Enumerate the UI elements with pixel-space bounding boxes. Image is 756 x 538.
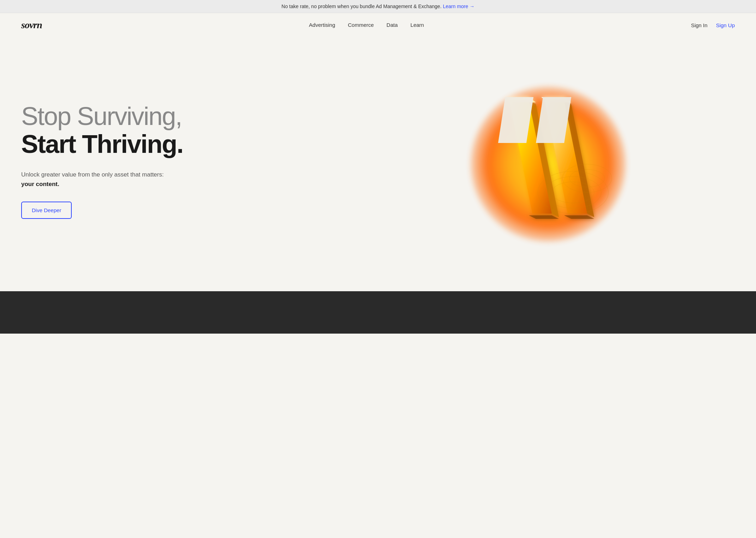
- svg-marker-3: [529, 215, 559, 219]
- nav-item-commerce: Commerce: [348, 22, 374, 28]
- announcement-text: No take rate, no problem when you bundle…: [282, 4, 442, 9]
- footer-dark-section: [0, 291, 756, 334]
- hero-description: Unlock greater value from the only asset…: [21, 170, 183, 189]
- nav-link-learn[interactable]: Learn: [411, 22, 424, 28]
- nav-item-data: Data: [386, 22, 398, 28]
- nav-item-learn: Learn: [411, 22, 424, 28]
- announcement-link[interactable]: Learn more →: [443, 4, 474, 9]
- logo-double-slash-svg: [474, 79, 622, 249]
- dive-deeper-button[interactable]: Dive Deeper: [21, 202, 72, 219]
- hero-section: Stop Surviving, Start Thriving. Unlock g…: [0, 37, 756, 291]
- main-nav: sovrn Advertising Commerce Data Learn Si…: [0, 13, 756, 37]
- logo-svg-container: [474, 79, 622, 249]
- announcement-bar: No take rate, no problem when you bundle…: [0, 0, 756, 13]
- svg-marker-7: [564, 215, 594, 219]
- hero-title-line1: Stop Surviving,: [21, 102, 183, 130]
- sovrn-logo-3d: [456, 65, 640, 263]
- nav-link-commerce[interactable]: Commerce: [348, 22, 374, 28]
- sign-in-button[interactable]: Sign In: [691, 22, 708, 28]
- hero-title-line2: Start Thriving.: [21, 130, 183, 158]
- nav-actions: Sign In Sign Up: [691, 22, 735, 28]
- nav-link-advertising[interactable]: Advertising: [309, 22, 335, 28]
- hero-content: Stop Surviving, Start Thriving. Unlock g…: [21, 102, 183, 219]
- sign-up-button[interactable]: Sign Up: [716, 22, 735, 28]
- hero-graphic: [340, 37, 756, 291]
- nav-item-advertising: Advertising: [309, 22, 335, 28]
- nav-links: Advertising Commerce Data Learn: [309, 22, 424, 28]
- logo[interactable]: sovrn: [21, 19, 42, 31]
- nav-link-data[interactable]: Data: [386, 22, 398, 28]
